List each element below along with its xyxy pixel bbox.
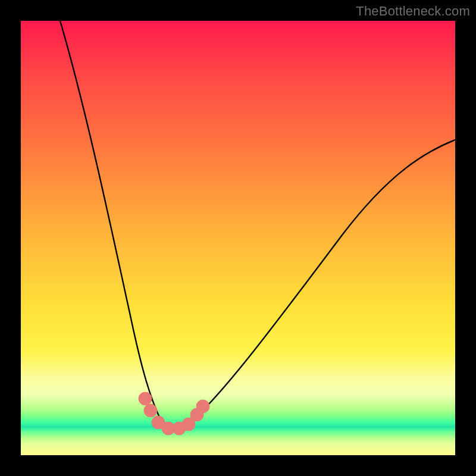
marker-2 [144, 404, 157, 417]
curve-layer [21, 21, 455, 455]
valley-markers [139, 392, 209, 435]
curve-left-branch [60, 21, 164, 425]
watermark-text: TheBottleneck.com [356, 4, 470, 19]
marker-8 [196, 400, 209, 413]
marker-1 [139, 392, 152, 405]
curve-right-branch [185, 140, 455, 427]
chart-frame: TheBottleneck.com [0, 0, 476, 476]
